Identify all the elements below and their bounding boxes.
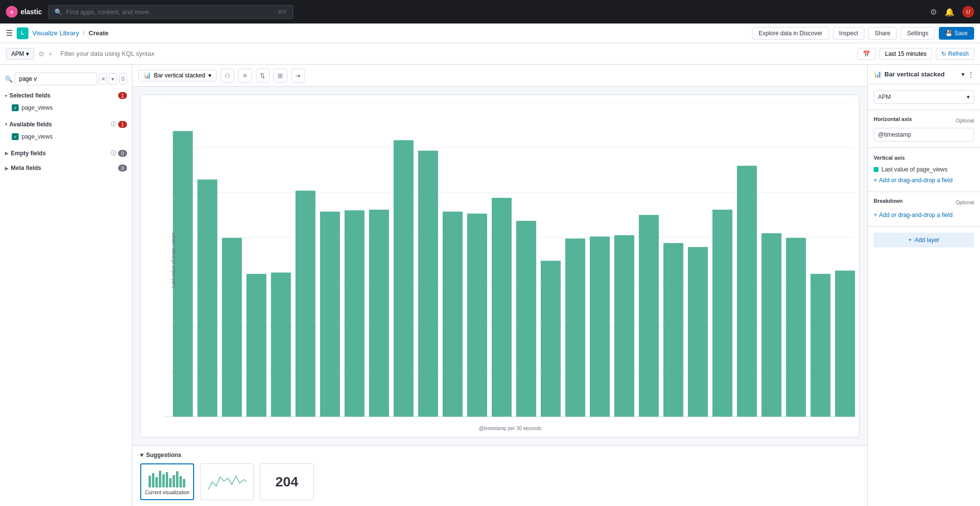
breakdown-add-field[interactable]: + Add or drag-and-drop a field [874,210,974,220]
filter-bar: APM ▾ ⚙ + 📅 Last 15 minutes ↻ Refresh [0,43,980,65]
svg-rect-36 [663,243,683,416]
left-panel: 🔍 page v ✕ ▾ 0 ▾ Selected fields 1 # pag… [0,65,132,506]
svg-rect-25 [394,140,414,416]
filter-toolbar-button[interactable]: ⚇ [221,69,234,82]
field-filter-button[interactable]: ▾ [109,73,117,85]
vertical-axis-field-item: Last value of page_views [874,164,974,175]
breakdown-plus-icon: + [874,212,877,218]
calendar-icon: 📅 [863,50,870,57]
svg-rect-40 [761,233,781,416]
chevron-down-datasource-icon: ▾ [967,94,970,100]
suggestions-bar: ▾ Suggestions [132,445,867,506]
svg-rect-26 [418,151,438,417]
svg-rect-30 [516,221,536,417]
svg-rect-35 [639,215,659,417]
svg-rect-18 [222,238,242,417]
explore-data-button[interactable]: Explore data in Discover [752,27,829,40]
selected-fields-badge: 1 [118,92,127,99]
gear-icon[interactable]: ⚙ [930,7,937,17]
time-range-button[interactable]: Last 15 minutes [879,48,932,60]
chart-type-button[interactable]: 📊 Bar vertical stacked ▾ [138,70,217,81]
settings-button[interactable]: Settings [901,27,934,40]
center-area: 📊 Bar vertical stacked ▾ ⚇ ≡ ⇅ ⊞ ⇥ Last … [132,65,867,506]
data-source-button[interactable]: APM ▾ [6,48,34,60]
bell-icon[interactable]: 🔔 [945,7,955,17]
global-search-input[interactable] [66,8,274,16]
svg-rect-20 [271,272,291,416]
breadcrumb-actions: Explore data in Discover Inspect Share S… [752,27,974,40]
sort-toolbar-button[interactable]: ⇅ [256,69,270,82]
export-toolbar-button[interactable]: ⇥ [291,69,305,82]
user-avatar[interactable]: U [962,6,974,18]
global-search[interactable]: 🔍 ⌘K [48,5,293,19]
field-type-icon: # [12,104,19,111]
empty-fields-badge: 0 [118,150,127,157]
breadcrumb-visualize-library[interactable]: Visualize Library [32,29,79,37]
add-layer-icon: + [908,237,912,243]
suggestions-label: Suggestions [146,452,181,458]
refresh-button[interactable]: ↻ Refresh [936,48,974,60]
vertical-axis-add-field[interactable]: + Add or drag-and-drop a field [874,175,974,186]
data-source-selector[interactable]: APM ▾ [874,90,974,104]
y-axis-label: Last value of page_views [171,233,176,288]
svg-rect-42 [810,274,830,417]
panel-options-icon[interactable]: ⋮ [968,71,974,78]
horizontal-axis-field[interactable]: @timestamp [874,128,974,142]
svg-rect-61 [169,478,172,487]
line-chart-suggestion[interactable] [200,463,254,500]
meta-fields-chevron: ▶ [5,166,9,171]
svg-rect-32 [565,239,585,417]
svg-rect-59 [162,474,165,487]
kql-filter-input[interactable] [56,50,854,57]
field-settings-button[interactable]: 0 [119,73,127,85]
add-field-plus-icon: + [874,177,877,184]
svg-rect-19 [247,274,267,417]
chevron-down-icon: ▾ [26,50,29,57]
calendar-icon-button[interactable]: 📅 [857,48,876,60]
clear-search-button[interactable]: ✕ [99,73,107,85]
svg-rect-57 [155,477,158,487]
mini-line-chart [207,472,247,492]
available-fields-chevron: ▾ [5,121,7,127]
svg-rect-64 [179,476,182,487]
number-suggestion[interactable]: 204 [260,463,314,500]
selected-field-page-views[interactable]: # page_views [0,102,132,114]
svg-rect-22 [320,212,340,417]
main-layout: 🔍 page v ✕ ▾ 0 ▾ Selected fields 1 # pag… [0,65,980,506]
chart-wrapper: Last value of page_views 350 300 [165,103,855,417]
chevron-down-icon-chart: ▾ [208,72,211,79]
current-viz-suggestion[interactable]: Current visualization [140,463,194,500]
filter-options-icon[interactable]: ⚙ [38,50,45,58]
bar-chart-panel-icon: 📊 [874,71,881,78]
selected-fields-header[interactable]: ▾ Selected fields 1 [0,89,132,102]
hamburger-icon[interactable]: ☰ [6,28,13,38]
search-icon: 🔍 [54,8,62,16]
available-field-page-views[interactable]: # page_views [0,131,132,143]
refresh-icon: ↻ [941,50,946,57]
suggestions-header[interactable]: ▾ Suggestions [140,452,859,458]
viz-toolbar: 📊 Bar vertical stacked ▾ ⚇ ≡ ⇅ ⊞ ⇥ [132,65,867,87]
elastic-wordmark: elastic [21,8,42,16]
available-fields-header[interactable]: ▾ Available fields ⓘ 1 [0,118,132,131]
data-source-section: APM ▾ [868,84,980,110]
svg-rect-24 [369,210,389,417]
table-toolbar-button[interactable]: ⊞ [274,69,287,82]
chevron-down-panel-icon[interactable]: ▾ [961,71,965,78]
svg-rect-16 [173,131,193,417]
inspect-button[interactable]: Inspect [833,27,865,40]
empty-fields-header[interactable]: ▶ Empty fields ⓘ 0 [0,146,132,160]
field-name-page-views: page_views [22,104,52,111]
svg-rect-31 [541,261,561,416]
list-toolbar-button[interactable]: ≡ [238,69,252,82]
save-icon: 💾 [945,30,953,37]
vertical-axis-title: Vertical axis [874,155,905,161]
add-filter-icon[interactable]: + [49,50,52,58]
save-button[interactable]: 💾 Save [939,27,974,40]
svg-rect-34 [614,235,634,416]
meta-fields-header[interactable]: ▶ Meta fields 0 [0,162,132,174]
field-search-input[interactable]: page v [15,72,97,85]
share-button[interactable]: Share [868,27,897,40]
add-layer-button[interactable]: + Add layer [874,233,974,247]
horizontal-axis-title: Horizontal axis [874,116,912,122]
search-icon: 🔍 [5,75,13,83]
